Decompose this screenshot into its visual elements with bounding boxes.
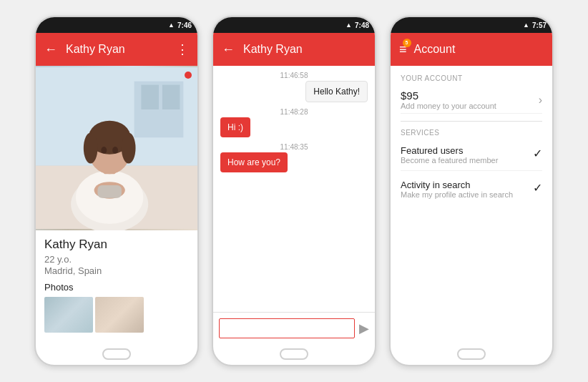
service-title-2: Activity in search (401, 180, 513, 190)
title-2: Kathy Ryan (243, 43, 366, 56)
service-sub-1: Become a featured member (401, 156, 498, 165)
msg-bubble-3: How are you? (220, 152, 288, 172)
photo-thumb-1[interactable] (44, 297, 93, 333)
home-button-3[interactable] (457, 348, 486, 360)
profile-age: 22 y.o. (44, 254, 189, 265)
home-button-bar-1 (36, 343, 197, 365)
phone-profile: ▲ 7:46 ← Kathy Ryan ⋮ (34, 16, 199, 366)
services-label: SERVICES (401, 129, 542, 137)
home-button-bar-3 (391, 343, 552, 365)
service-row-2[interactable]: Activity in search Make my profile activ… (401, 175, 542, 203)
status-bar-2: ▲ 7:48 (213, 17, 375, 33)
msg-time-2: 11:48:28 (220, 108, 368, 116)
message-group-1: 11:46:58 Hello Kathy! (220, 72, 368, 102)
photos-label: Photos (44, 282, 189, 293)
svg-rect-5 (162, 85, 180, 109)
check-icon-1: ✓ (533, 147, 542, 160)
notification-badge: 5 (403, 39, 411, 47)
svg-rect-16 (97, 185, 121, 198)
phone-chat: ▲ 7:48 ← Kathy Ryan 11:46:58 Hello Kathy… (212, 16, 376, 366)
back-button-1[interactable]: ← (44, 42, 57, 57)
service-text-2: Activity in search Make my profile activ… (401, 180, 513, 199)
divider-1 (401, 121, 542, 122)
app-bar-1: ← Kathy Ryan ⋮ (36, 33, 197, 66)
svg-point-13 (101, 147, 107, 154)
photos-strip (44, 297, 189, 333)
wifi-icon-1: ▲ (168, 21, 175, 29)
chat-messages: 11:46:58 Hello Kathy! 11:48:28 Hi :) 11:… (213, 66, 375, 312)
phone-account: ▲ 7:57 ≡ 5 Account YOUR ACCOUNT $95 Add … (389, 16, 554, 366)
time-1: 7:46 (177, 21, 192, 29)
home-button-1[interactable] (102, 348, 131, 360)
chevron-right-icon: › (539, 94, 542, 107)
service-text-1: Featured users Become a featured member (401, 145, 498, 165)
profile-info: Kathy Ryan 22 y.o. Madrid, Spain Photos (36, 230, 197, 340)
msg-time-3: 11:48:35 (220, 143, 368, 151)
profile-image (36, 66, 197, 230)
profile-name: Kathy Ryan (44, 237, 189, 252)
message-group-2: 11:48:28 Hi :) (220, 108, 368, 137)
time-2: 7:48 (355, 21, 369, 29)
back-button-2[interactable]: ← (222, 42, 235, 57)
hamburger-icon[interactable]: ≡ 5 (399, 42, 407, 57)
service-row-1[interactable]: Featured users Become a featured member … (401, 141, 542, 171)
account-app-bar: ≡ 5 Account (391, 33, 552, 66)
service-title-1: Featured users (401, 145, 498, 156)
profile-image-container (36, 66, 197, 230)
account-content: YOUR ACCOUNT $95 Add money to your accou… (391, 66, 552, 343)
msg-bubble-1: Hello Kathy! (305, 81, 368, 102)
account-amount: $95 (401, 89, 539, 102)
message-group-3: 11:48:35 How are you? (220, 143, 368, 172)
home-button-2[interactable] (280, 348, 308, 360)
wifi-icon-3: ▲ (523, 21, 529, 29)
msg-bubble-2: Hi :) (220, 117, 250, 137)
your-account-label: YOUR ACCOUNT (401, 74, 542, 82)
online-dot (185, 72, 192, 79)
msg-time-1: 11:46:58 (220, 72, 368, 79)
account-balance-row[interactable]: $95 Add money to your account › (401, 87, 542, 114)
send-button[interactable]: ▶ (359, 320, 369, 336)
title-1: Kathy Ryan (66, 43, 176, 56)
account-row-text: $95 Add money to your account (401, 89, 539, 110)
home-button-bar-2 (213, 343, 375, 365)
time-3: 7:57 (532, 21, 547, 29)
profile-content: Kathy Ryan 22 y.o. Madrid, Spain Photos (36, 66, 197, 343)
chat-input[interactable] (219, 318, 355, 338)
status-bar-1: ▲ 7:46 (36, 17, 197, 33)
svg-rect-4 (141, 85, 159, 109)
status-bar-3: ▲ 7:57 (391, 17, 552, 33)
svg-point-14 (112, 147, 118, 154)
check-icon-2: ✓ (533, 181, 542, 195)
chat-content: 11:46:58 Hello Kathy! 11:48:28 Hi :) 11:… (213, 66, 375, 343)
app-bar-2: ← Kathy Ryan (213, 33, 375, 66)
add-money-text: Add money to your account (401, 102, 539, 110)
photo-thumb-2[interactable] (95, 297, 144, 333)
more-button-1[interactable]: ⋮ (176, 41, 189, 57)
chat-input-bar: ▶ (213, 312, 375, 343)
profile-location: Madrid, Spain (44, 265, 189, 276)
wifi-icon-2: ▲ (346, 21, 352, 29)
service-sub-2: Make my profile active in search (401, 190, 513, 199)
account-title: Account (414, 43, 456, 56)
